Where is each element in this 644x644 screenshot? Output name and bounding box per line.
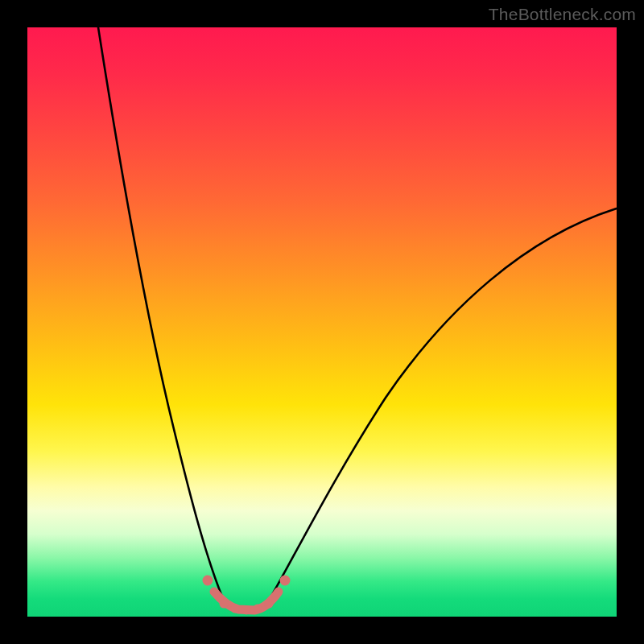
- svg-point-5: [254, 605, 262, 613]
- svg-point-2: [220, 600, 229, 609]
- curve-left-branch: [98, 27, 224, 601]
- svg-point-6: [265, 600, 274, 609]
- svg-point-1: [280, 576, 291, 586]
- watermark-text: TheBottleneck.com: [489, 5, 636, 24]
- curve-right-branch: [269, 208, 617, 601]
- svg-point-4: [242, 606, 251, 615]
- plot-area: [27, 27, 617, 617]
- svg-point-0: [203, 576, 213, 586]
- chart-frame: TheBottleneck.com: [0, 0, 644, 644]
- chart-svg: [27, 27, 617, 617]
- svg-point-3: [231, 605, 240, 613]
